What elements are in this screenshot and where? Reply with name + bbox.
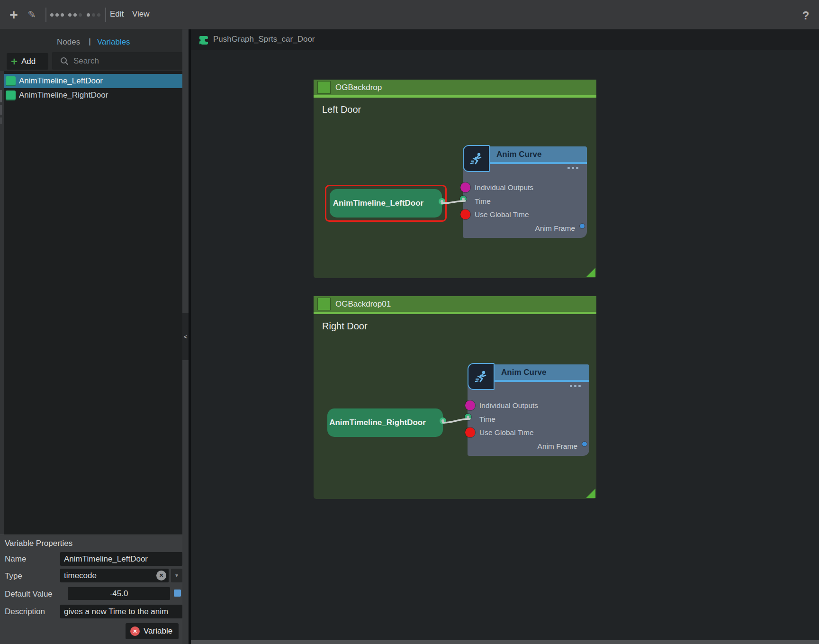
variable-list: AnimTimeline_LeftDoor AnimTimeline_Right… bbox=[0, 71, 182, 535]
add-variable-button[interactable]: + Add bbox=[7, 53, 48, 70]
node-title: AnimTimeline_RightDoor bbox=[327, 408, 428, 437]
left-edge-strip bbox=[0, 71, 4, 535]
backdrop-accent-line bbox=[314, 312, 596, 314]
variable-name: AnimTimeline_LeftDoor bbox=[19, 76, 103, 86]
node-options-icon[interactable] bbox=[567, 167, 578, 169]
sidebar-header: Nodes | Variables + Add bbox=[0, 29, 182, 71]
description-label: Description bbox=[5, 607, 45, 617]
search-input[interactable] bbox=[73, 56, 168, 66]
edge-mark bbox=[0, 90, 2, 102]
port-label: Use Global Time bbox=[479, 428, 534, 437]
panel-gap bbox=[189, 29, 191, 644]
port-individual-outputs[interactable] bbox=[460, 182, 470, 192]
port-use-global-time[interactable] bbox=[465, 427, 475, 437]
backdrop-title: OGBackdrop bbox=[335, 83, 382, 92]
plus-icon: + bbox=[11, 56, 18, 67]
horizontal-scrollbar[interactable] bbox=[191, 640, 819, 644]
type-field[interactable]: timecode bbox=[60, 569, 169, 582]
node-header[interactable]: Anim Curve bbox=[490, 146, 587, 162]
variable-name: AnimTimeline_RightDoor bbox=[19, 91, 108, 100]
default-value-color-swatch[interactable] bbox=[174, 590, 181, 597]
port-label: Time bbox=[479, 415, 495, 424]
port-time[interactable] bbox=[465, 414, 471, 420]
tab-variables[interactable]: Variables bbox=[97, 37, 130, 47]
omnigraph-editor-window: + ✎ Edit View ? Nodes | Variables + Add bbox=[0, 0, 819, 644]
port-label: Anim Frame bbox=[518, 442, 577, 451]
port-individual-outputs[interactable] bbox=[465, 400, 475, 410]
tab-nodes[interactable]: Nodes bbox=[57, 37, 80, 47]
remove-x-icon: ✕ bbox=[130, 626, 140, 636]
variable-type-swatch-icon bbox=[6, 91, 16, 100]
graph-tab-bar: PushGraph_Sprts_car_Door bbox=[191, 29, 819, 50]
port-label: Individual Outputs bbox=[475, 183, 533, 192]
variable-list-item[interactable]: AnimTimeline_RightDoor bbox=[4, 88, 182, 102]
toolbar-divider bbox=[105, 8, 106, 22]
anim-curve-icon-box bbox=[468, 363, 495, 390]
backdrop-color-swatch-icon bbox=[317, 81, 331, 94]
runner-icon bbox=[468, 151, 485, 167]
menu-view[interactable]: View bbox=[132, 9, 150, 19]
edge-mark bbox=[0, 105, 2, 115]
runner-icon bbox=[473, 369, 489, 385]
type-dropdown-button[interactable]: ▼ bbox=[171, 569, 182, 582]
resize-handle-icon[interactable] bbox=[586, 489, 595, 498]
port-label: Time bbox=[475, 197, 491, 206]
collapse-arrow-icon: < bbox=[184, 333, 188, 340]
edit-pencil-icon[interactable]: ✎ bbox=[24, 7, 40, 23]
panel-title: Variable Properties bbox=[5, 539, 72, 548]
port-anim-frame[interactable] bbox=[580, 224, 585, 228]
node-accent-line bbox=[490, 162, 587, 164]
tab-separator: | bbox=[89, 37, 91, 46]
new-graph-icon[interactable]: + bbox=[6, 7, 22, 23]
port-label: Individual Outputs bbox=[479, 401, 538, 410]
overflow-menu-icon-2[interactable] bbox=[66, 7, 83, 23]
resize-handle-icon[interactable] bbox=[586, 268, 595, 277]
backdrop-header[interactable]: OGBackdrop01 bbox=[314, 296, 596, 312]
graph-breadcrumb[interactable]: PushGraph_Sprts_car_Door bbox=[213, 35, 315, 44]
name-field[interactable]: AnimTimeline_LeftDoor bbox=[60, 552, 182, 566]
description-field[interactable]: gives a new Time to the anim bbox=[60, 605, 182, 618]
backdrop-color-swatch-icon bbox=[317, 298, 331, 310]
edge-mark bbox=[0, 118, 2, 124]
variable-properties-panel: Variable Properties Name AnimTimeline_Le… bbox=[0, 535, 182, 644]
toolbar-divider bbox=[45, 8, 46, 22]
type-label: Type bbox=[5, 571, 22, 581]
node-options-icon[interactable] bbox=[570, 385, 581, 387]
backdrop-title: OGBackdrop01 bbox=[335, 299, 391, 309]
menu-edit[interactable]: Edit bbox=[110, 9, 124, 19]
port-label: Anim Frame bbox=[516, 224, 575, 233]
collapse-handle[interactable]: < bbox=[182, 313, 189, 360]
graph-icon bbox=[198, 35, 210, 46]
help-icon[interactable]: ? bbox=[798, 8, 814, 24]
node-accent-line bbox=[495, 380, 589, 382]
anim-curve-icon-box bbox=[463, 145, 490, 172]
default-value-label: Default Value bbox=[5, 590, 53, 599]
remove-button-label: Variable bbox=[144, 626, 172, 636]
node-title: Anim Curve bbox=[501, 368, 546, 377]
variable-type-swatch-icon bbox=[6, 76, 16, 86]
overflow-menu-icon-3[interactable] bbox=[85, 7, 102, 23]
search-icon bbox=[60, 57, 69, 65]
default-value-field[interactable]: -45.0 bbox=[68, 587, 170, 600]
clear-type-icon[interactable]: ✕ bbox=[156, 571, 166, 581]
node-animtimeline-rightdoor[interactable]: AnimTimeline_RightDoor bbox=[327, 408, 443, 437]
node-header[interactable]: Anim Curve bbox=[495, 364, 589, 380]
node-title: Anim Curve bbox=[496, 150, 541, 159]
selection-outline bbox=[325, 185, 447, 222]
output-port[interactable] bbox=[440, 417, 446, 424]
backdrop-label: Right Door bbox=[322, 321, 368, 332]
port-time[interactable] bbox=[460, 196, 467, 202]
backdrop-label: Left Door bbox=[322, 104, 361, 115]
port-use-global-time[interactable] bbox=[460, 209, 470, 219]
port-anim-frame[interactable] bbox=[582, 442, 587, 446]
remove-variable-button[interactable]: ✕ Variable bbox=[126, 623, 179, 639]
backdrop-accent-line bbox=[314, 95, 596, 98]
name-label: Name bbox=[5, 554, 26, 564]
variable-list-item[interactable]: AnimTimeline_LeftDoor bbox=[4, 74, 182, 88]
variable-search[interactable] bbox=[52, 52, 182, 70]
sidebar-splitter[interactable]: < bbox=[182, 29, 189, 644]
top-toolbar: + ✎ Edit View ? bbox=[0, 0, 819, 29]
add-button-label: Add bbox=[21, 57, 36, 66]
backdrop-header[interactable]: OGBackdrop bbox=[314, 80, 596, 95]
overflow-menu-icon-1[interactable] bbox=[48, 7, 65, 23]
